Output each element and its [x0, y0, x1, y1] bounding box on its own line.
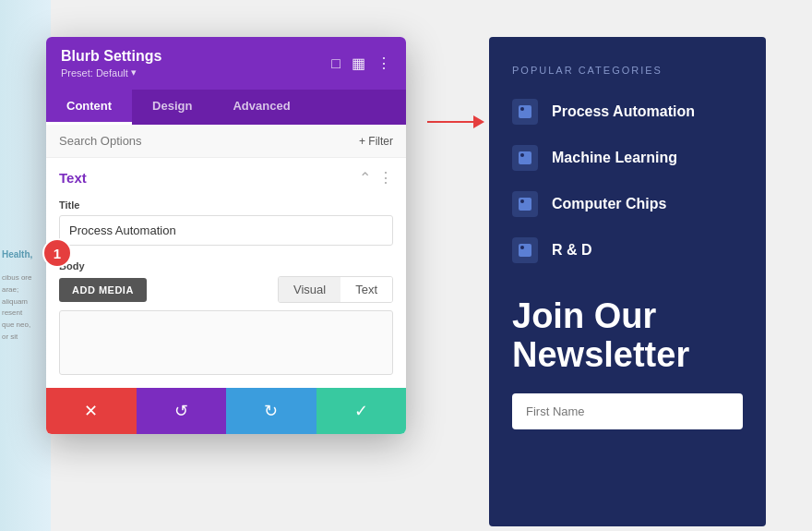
tab-design[interactable]: Design — [132, 90, 212, 125]
undo-button[interactable]: ↺ — [137, 388, 227, 434]
collapse-icon[interactable]: ⌃ — [359, 169, 371, 187]
title-field-label: Title — [59, 199, 393, 211]
redo-icon: ↻ — [264, 401, 278, 421]
category-item-machine-learning[interactable]: Machine Learning — [512, 145, 743, 171]
modal-footer: ✕ ↺ ↻ ✓ — [46, 388, 406, 434]
newsletter-title: Join Our Newsletter — [512, 297, 743, 375]
cancel-icon: ✕ — [84, 401, 98, 421]
tab-advanced[interactable]: Advanced — [212, 90, 310, 125]
columns-icon[interactable]: ▦ — [352, 54, 365, 72]
modal-title-section: Blurb Settings Preset: Default ▾ — [61, 48, 161, 78]
newsletter-section: Join Our Newsletter — [512, 284, 743, 429]
bg-body-text: cibus orearae;aliquamresentque neo,or si… — [2, 272, 48, 344]
view-visual-button[interactable]: Visual — [279, 277, 340, 302]
text-section-more-icon[interactable]: ⋮ — [378, 169, 393, 187]
category-name-rd: R & D — [552, 242, 592, 259]
category-item-rd[interactable]: R & D — [512, 237, 743, 263]
save-button[interactable]: ✓ — [316, 388, 407, 434]
category-icon-rd — [512, 237, 538, 263]
modal-preset[interactable]: Preset: Default ▾ — [61, 66, 161, 78]
expand-icon[interactable]: □ — [331, 55, 340, 72]
view-text-button[interactable]: Text — [340, 277, 392, 302]
tab-content[interactable]: Content — [46, 90, 132, 125]
view-toggle: Visual Text — [278, 276, 393, 303]
modal-title: Blurb Settings — [61, 48, 161, 65]
body-textarea[interactable] — [59, 310, 393, 375]
text-section-header: Text ⌃ ⋮ — [46, 158, 406, 194]
more-options-icon[interactable]: ⋮ — [376, 54, 391, 72]
arrow-head — [473, 115, 484, 128]
body-toolbar: ADD MEDIA Visual Text — [59, 276, 393, 303]
category-icon-chips — [512, 191, 538, 217]
left-strip — [0, 0, 51, 531]
chevron-down-icon: ▾ — [131, 66, 137, 78]
category-name-process: Process Automation — [552, 103, 695, 120]
category-item-process-automation[interactable]: Process Automation — [512, 99, 743, 125]
chip-icon-rd — [519, 244, 531, 257]
category-icon-process — [512, 99, 538, 125]
category-name-chips: Computer Chips — [552, 196, 666, 212]
modal-header: Blurb Settings Preset: Default ▾ □ ▦ ⋮ — [46, 37, 406, 90]
chip-icon-chips — [519, 198, 531, 211]
text-section-actions: ⌃ ⋮ — [359, 169, 393, 187]
title-input[interactable] — [59, 215, 393, 246]
step-badge: 1 — [42, 238, 72, 268]
chip-icon-ml — [519, 151, 531, 164]
title-field-group: Title — [46, 194, 406, 255]
bg-health-label: Health, — [2, 249, 32, 259]
undo-icon: ↺ — [174, 401, 188, 421]
category-icon-ml — [512, 145, 538, 171]
redo-button[interactable]: ↻ — [226, 388, 316, 434]
text-section-title: Text — [59, 170, 87, 186]
save-icon: ✓ — [354, 401, 368, 421]
modal-tabs: Content Design Advanced — [46, 90, 406, 125]
arrow-indicator — [427, 115, 484, 128]
search-input[interactable] — [59, 134, 359, 148]
blurb-settings-modal: Blurb Settings Preset: Default ▾ □ ▦ ⋮ C… — [46, 37, 406, 434]
right-panel: POPULAR CATEGORIES Process Automation Ma… — [489, 37, 766, 526]
body-field-label: Body — [59, 260, 393, 272]
modal-header-icons: □ ▦ ⋮ — [331, 54, 391, 72]
add-media-button[interactable]: ADD MEDIA — [59, 278, 147, 302]
cancel-button[interactable]: ✕ — [46, 388, 137, 434]
filter-label: + Filter — [359, 135, 393, 148]
filter-button[interactable]: + Filter — [359, 135, 393, 148]
search-bar: + Filter — [46, 125, 406, 158]
category-name-ml: Machine Learning — [552, 150, 677, 166]
category-item-computer-chips[interactable]: Computer Chips — [512, 191, 743, 217]
first-name-input[interactable] — [512, 393, 743, 429]
chip-icon — [519, 105, 531, 118]
arrow-line — [427, 121, 473, 123]
body-section: Body ADD MEDIA Visual Text — [46, 255, 406, 388]
popular-categories-label: POPULAR CATEGORIES — [512, 65, 743, 76]
preset-label: Preset: Default — [61, 67, 128, 78]
